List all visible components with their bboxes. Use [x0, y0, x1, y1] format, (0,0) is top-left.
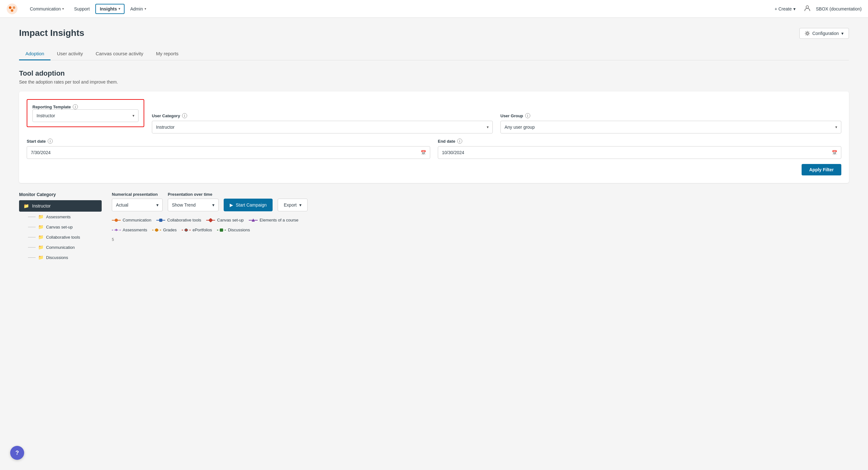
user-group-info-icon[interactable]: i [525, 113, 530, 118]
play-icon: ▶ [230, 202, 233, 208]
subitem-line-communication: —— [28, 245, 36, 249]
start-campaign-button[interactable]: ▶ Start Campaign [224, 199, 273, 211]
nav-right: + Create ▾ SBOX (documentation) [771, 4, 862, 13]
gear-icon [805, 31, 810, 36]
svg-point-1 [9, 6, 11, 9]
legend-line-assessments [112, 230, 121, 230]
end-date-info-icon[interactable]: i [457, 138, 462, 144]
user-category-value: Instructor [156, 125, 175, 130]
tab-adoption[interactable]: Adoption [19, 48, 51, 60]
reporting-template-highlight: Reporting Template i Instructor ▾ [27, 99, 144, 127]
monitor-category-sidebar: Monitor Category 📁 Instructor —— 📁 Asses… [19, 192, 102, 262]
end-date-input[interactable]: 10/30/2024 📅 [438, 146, 841, 159]
top-navigation: Communication ▾ Support Insights ▾ Admin… [0, 0, 868, 18]
legend-assessments: Assessments [112, 227, 147, 232]
legend-discussions: Discussions [217, 227, 250, 232]
monitor-discussions-label: Discussions [46, 255, 68, 260]
chart-controls-row: Numerical presentation Actual ▾ Presenta… [112, 192, 849, 211]
user-profile-icon[interactable] [804, 4, 811, 13]
monitor-subitem-communication[interactable]: —— 📁 Communication [19, 242, 102, 252]
subitem-line-collaborative-tools: —— [28, 235, 36, 239]
app-logo[interactable] [6, 3, 18, 14]
legend-line-canvas-setup [206, 220, 215, 221]
reporting-template-label: Reporting Template i [32, 104, 138, 109]
chart-y-axis-label: 5 [112, 238, 849, 242]
end-date-calendar-icon: 📅 [832, 150, 837, 155]
svg-point-5 [806, 32, 808, 34]
user-category-info-icon[interactable]: i [182, 113, 187, 118]
user-category-select[interactable]: Instructor ▾ [152, 121, 493, 133]
end-date-value: 10/30/2024 [442, 150, 464, 155]
legend-line-discussions [217, 230, 226, 230]
filter-top-row: Reporting Template i Instructor ▾ User C… [27, 99, 841, 133]
config-chevron: ▾ [841, 31, 843, 36]
export-button[interactable]: Export ▾ [278, 199, 307, 211]
user-category-label: User Category i [152, 113, 493, 118]
subitem-line-assessments: —— [28, 215, 36, 219]
nav-item-communication[interactable]: Communication ▾ [25, 4, 68, 14]
page-title: Impact Insights [19, 28, 84, 38]
filter-card: Reporting Template i Instructor ▾ User C… [19, 92, 849, 183]
user-group-value: Any user group [504, 125, 535, 130]
tabs-bar: Adoption User activity Canvas course act… [19, 48, 849, 60]
content-area: Impact Insights Configuration ▾ Adoption… [0, 18, 868, 470]
presentation-over-time-select[interactable]: Show Trend ▾ [168, 199, 219, 211]
monitor-subitem-discussions[interactable]: —— 📁 Discussions [19, 252, 102, 262]
legend-collaborative-tools: Collaborative tools [156, 218, 201, 222]
start-date-label: Start date i [27, 138, 430, 144]
configuration-button[interactable]: Configuration ▾ [799, 28, 849, 39]
filter-date-row: Start date i 7/30/2024 📅 End date i 10/3… [27, 138, 841, 159]
numerical-presentation-select[interactable]: Actual ▾ [112, 199, 163, 211]
monitor-item-instructor[interactable]: 📁 Instructor [19, 200, 102, 212]
help-button[interactable]: ? [10, 446, 24, 460]
legend-communication: Communication [112, 218, 151, 222]
presentation-over-time-label: Presentation over time [168, 192, 219, 197]
folder-icon-discussions: 📁 [38, 255, 43, 260]
legend-canvas-set-up: Canvas set-up [206, 218, 244, 222]
create-label: + Create [775, 6, 792, 11]
legend-grades: Grades [152, 227, 177, 232]
reporting-template-select[interactable]: Instructor ▾ [32, 109, 138, 122]
reporting-template-info-icon[interactable]: i [73, 104, 78, 109]
nav-support-label: Support [74, 6, 90, 11]
tab-canvas-course-activity[interactable]: Canvas course activity [89, 48, 150, 60]
nav-item-admin[interactable]: Admin ▾ [126, 4, 151, 14]
numerical-value: Actual [116, 202, 128, 208]
subitem-line-canvas-setup: —— [28, 225, 36, 229]
account-label[interactable]: SBOX (documentation) [816, 6, 862, 11]
nav-communication-label: Communication [30, 6, 61, 11]
nav-insights-chevron: ▾ [119, 7, 120, 10]
numerical-presentation-label: Numerical presentation [112, 192, 163, 197]
folder-icon-assessments: 📁 [38, 214, 43, 219]
start-date-value: 7/30/2024 [31, 150, 51, 155]
user-group-select[interactable]: Any user group ▾ [500, 121, 841, 133]
section-title: Tool adoption [19, 69, 849, 77]
nav-item-support[interactable]: Support [69, 4, 94, 14]
user-group-label: User Group i [500, 113, 841, 118]
bottom-section: Monitor Category 📁 Instructor —— 📁 Asses… [19, 192, 849, 262]
monitor-subitem-canvas-setup[interactable]: —— 📁 Canvas set-up [19, 222, 102, 232]
legend-line-grades [152, 230, 161, 230]
tab-user-activity[interactable]: User activity [51, 48, 89, 60]
user-category-group: User Category i Instructor ▾ [152, 113, 493, 133]
monitor-collaborative-tools-label: Collaborative tools [46, 235, 80, 240]
nav-item-insights[interactable]: Insights ▾ [95, 4, 125, 14]
tab-my-reports[interactable]: My reports [150, 48, 185, 60]
svg-point-3 [11, 9, 13, 12]
apply-filter-button[interactable]: Apply Filter [802, 164, 841, 176]
folder-icon-communication: 📁 [38, 245, 43, 250]
legend-line-collaborative [156, 220, 165, 221]
monitor-subitem-assessments[interactable]: —— 📁 Assessments [19, 212, 102, 222]
page-header: Impact Insights Configuration ▾ [19, 28, 849, 39]
legend-eportfolios: ePortfolios [182, 227, 212, 232]
create-button[interactable]: + Create ▾ [771, 4, 799, 13]
monitor-assessments-label: Assessments [46, 215, 70, 219]
chart-legend-row2: Assessments Grades ePortfolios [112, 227, 849, 232]
start-date-info-icon[interactable]: i [48, 138, 53, 144]
create-chevron: ▾ [793, 6, 796, 11]
start-date-group: Start date i 7/30/2024 📅 [27, 138, 430, 159]
monitor-instructor-label: Instructor [32, 203, 51, 209]
nav-communication-chevron: ▾ [62, 7, 64, 10]
monitor-subitem-collaborative-tools[interactable]: —— 📁 Collaborative tools [19, 232, 102, 242]
start-date-input[interactable]: 7/30/2024 📅 [27, 146, 430, 159]
